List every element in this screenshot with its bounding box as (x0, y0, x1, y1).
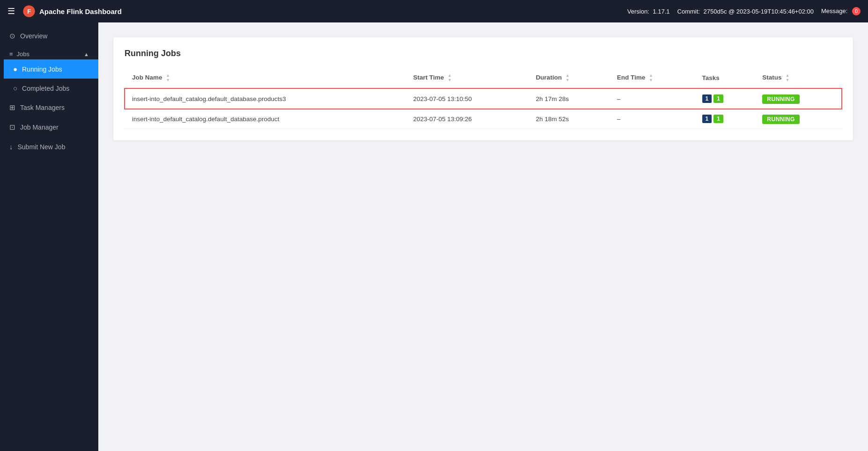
sidebar-item-label: Task Managers (20, 104, 65, 111)
svg-text:F: F (27, 8, 31, 15)
tasks-cell: 1 1 (695, 88, 755, 109)
table-row[interactable]: insert-into_default_catalog.default_data… (125, 88, 842, 109)
sort-status-icon: ▲▼ (785, 73, 789, 82)
status-badge: RUNNING (762, 115, 800, 124)
sidebar-item-task-managers[interactable]: ⊞ Task Managers (0, 98, 98, 117)
sort-job-name-icon: ▲▼ (166, 73, 170, 82)
task-badge-blue: 1 (702, 95, 712, 103)
brand-title: Apache Flink Dashboard (39, 7, 122, 15)
col-status[interactable]: Status ▲▼ (755, 68, 842, 88)
tasks-cell: 1 1 (695, 109, 755, 129)
brand: F Apache Flink Dashboard (22, 5, 122, 18)
sort-start-time-icon: ▲▼ (448, 73, 452, 82)
job-name-cell[interactable]: insert-into_default_catalog.default_data… (125, 109, 405, 129)
completed-jobs-icon: ○ (13, 84, 17, 92)
end-time-cell: – (610, 88, 695, 109)
duration-cell: 2h 18m 52s (528, 109, 609, 129)
message-badge[interactable]: 0 (852, 7, 861, 15)
running-jobs-card: Running Jobs Job Name ▲▼ Start Time ▲▼ (113, 37, 853, 140)
status-cell: RUNNING (755, 88, 842, 109)
sort-end-time-icon: ▲▼ (649, 73, 653, 82)
status-cell: RUNNING (755, 109, 842, 129)
col-job-name[interactable]: Job Name ▲▼ (125, 68, 405, 88)
sidebar: ⊙ Overview ≡ Jobs ▲ ● Running Jobs ○ Com… (0, 22, 98, 451)
task-badge-blue: 1 (702, 115, 712, 123)
topbar: ☰ F Apache Flink Dashboard Version: 1.17… (0, 0, 868, 22)
version-label: Version: 1.17.1 (627, 8, 670, 15)
start-time-cell: 2023-07-05 13:10:50 (405, 88, 528, 109)
job-name-cell[interactable]: insert-into_default_catalog.default_data… (125, 88, 405, 109)
sidebar-item-label: Running Jobs (22, 65, 62, 73)
sidebar-item-label: Overview (20, 32, 47, 40)
flink-logo: F (22, 5, 36, 18)
main-layout: ⊙ Overview ≡ Jobs ▲ ● Running Jobs ○ Com… (0, 22, 868, 451)
sidebar-item-job-manager[interactable]: ⊡ Job Manager (0, 117, 98, 137)
task-managers-icon: ⊞ (9, 103, 15, 112)
running-jobs-icon: ● (13, 65, 17, 73)
status-badge: RUNNING (762, 95, 800, 104)
sidebar-item-label: Completed Jobs (22, 85, 69, 92)
sidebar-item-overview[interactable]: ⊙ Overview (0, 26, 98, 46)
sort-duration-icon: ▲▼ (566, 73, 570, 82)
col-duration[interactable]: Duration ▲▼ (528, 68, 609, 88)
sidebar-item-completed-jobs[interactable]: ○ Completed Jobs (4, 79, 98, 98)
task-badge-green: 1 (714, 115, 723, 123)
jobs-chevron-icon: ▲ (84, 51, 89, 57)
sidebar-item-submit-new-job[interactable]: ↓ Submit New Job (0, 137, 98, 156)
start-time-cell: 2023-07-05 13:09:26 (405, 109, 528, 129)
table-row[interactable]: insert-into_default_catalog.default_data… (125, 109, 842, 129)
sidebar-item-label: Job Manager (20, 124, 59, 131)
job-manager-icon: ⊡ (9, 123, 15, 131)
jobs-label: Jobs (17, 51, 29, 58)
message-label: Message: 0 (821, 7, 861, 15)
sidebar-sub-jobs: ● Running Jobs ○ Completed Jobs (0, 59, 98, 98)
duration-cell: 2h 17m 28s (528, 88, 609, 109)
col-tasks: Tasks (695, 68, 755, 88)
main-content: Running Jobs Job Name ▲▼ Start Time ▲▼ (98, 22, 868, 451)
commit-label: Commit: 2750d5c @ 2023-05-19T10:45:46+02… (677, 8, 814, 15)
jobs-table: Job Name ▲▼ Start Time ▲▼ Duration ▲▼ (125, 68, 842, 129)
menu-toggle-icon[interactable]: ☰ (7, 6, 15, 16)
end-time-cell: – (610, 109, 695, 129)
sidebar-item-label: Submit New Job (18, 143, 66, 151)
sidebar-item-running-jobs[interactable]: ● Running Jobs (4, 59, 98, 79)
task-badge-green: 1 (714, 95, 723, 103)
sidebar-section-jobs[interactable]: ≡ Jobs ▲ (0, 46, 98, 59)
jobs-icon: ≡ (9, 51, 13, 58)
col-start-time[interactable]: Start Time ▲▼ (405, 68, 528, 88)
submit-job-icon: ↓ (9, 143, 13, 151)
topbar-meta: Version: 1.17.1 Commit: 2750d5c @ 2023-0… (627, 7, 861, 15)
page-title: Running Jobs (125, 49, 842, 58)
overview-icon: ⊙ (9, 32, 15, 40)
col-end-time[interactable]: End Time ▲▼ (610, 68, 695, 88)
